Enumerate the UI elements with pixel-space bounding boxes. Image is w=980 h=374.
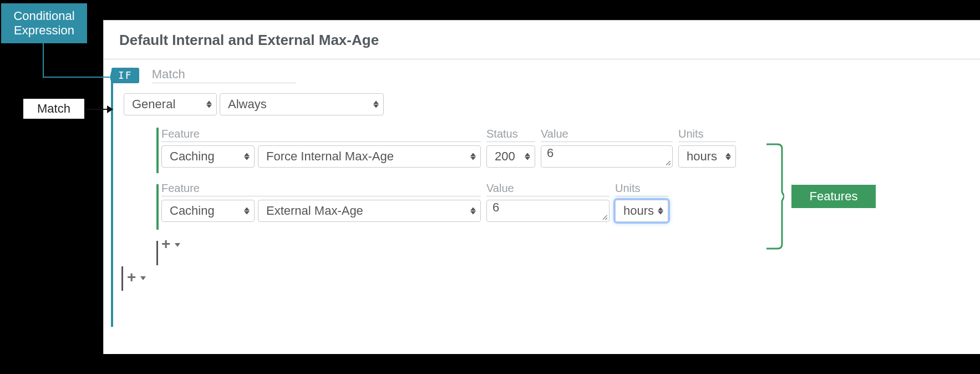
match-category-value: General bbox=[132, 97, 175, 112]
status-value: 200 bbox=[495, 149, 515, 164]
features-callout: Features bbox=[791, 185, 876, 208]
conditional-expression-text: Conditional Expression bbox=[1, 9, 87, 38]
units-header: Units bbox=[678, 128, 736, 142]
updown-caret-icon bbox=[470, 208, 476, 215]
resize-grip-icon[interactable] bbox=[666, 161, 671, 165]
plus-icon: + bbox=[127, 270, 136, 285]
value-input[interactable]: 6 bbox=[486, 200, 610, 222]
units-header: Units bbox=[615, 182, 668, 196]
updown-caret-icon bbox=[658, 208, 663, 215]
features-bracket-icon bbox=[765, 143, 782, 250]
plus-icon: + bbox=[161, 236, 170, 252]
add-row-indicator bbox=[156, 241, 158, 265]
add-condition-button[interactable]: + bbox=[127, 270, 980, 285]
updown-caret-icon bbox=[470, 153, 476, 160]
units-select[interactable]: hours bbox=[678, 145, 736, 168]
feature-header: Feature bbox=[161, 128, 481, 142]
feature-name-select[interactable]: Force Internal Max-Age bbox=[258, 145, 481, 168]
match-callout-text: Match bbox=[37, 102, 70, 116]
match-section-label: Match bbox=[152, 67, 296, 83]
feature-row-indicator bbox=[156, 184, 159, 230]
status-header: Status bbox=[486, 128, 535, 142]
arrow-right-icon bbox=[110, 74, 116, 80]
add-feature-button[interactable]: + bbox=[161, 236, 980, 252]
units-select[interactable]: hours bbox=[615, 200, 668, 222]
updown-caret-icon bbox=[244, 208, 250, 215]
feature-category-select[interactable]: Caching bbox=[161, 145, 255, 168]
value-header: Value bbox=[486, 182, 610, 196]
value-input[interactable]: 6 bbox=[541, 145, 673, 168]
feature-name-value: Force Internal Max-Age bbox=[266, 149, 394, 164]
match-category-select[interactable]: General bbox=[124, 93, 217, 115]
units-value: hours bbox=[623, 204, 654, 218]
status-select[interactable]: 200 bbox=[486, 145, 535, 168]
updown-caret-icon bbox=[525, 153, 530, 160]
value-text: 6 bbox=[547, 146, 554, 160]
value-text: 6 bbox=[492, 200, 499, 214]
units-value: hours bbox=[687, 149, 717, 164]
connector-line bbox=[43, 77, 112, 78]
conditional-expression-callout: Conditional Expression bbox=[1, 3, 87, 43]
feature-row-indicator bbox=[156, 128, 159, 173]
match-condition-select[interactable]: Always bbox=[220, 93, 384, 115]
feature-category-value: Caching bbox=[170, 204, 215, 218]
chevron-down-icon bbox=[140, 276, 146, 280]
feature-category-select[interactable]: Caching bbox=[161, 200, 255, 222]
arrow-right-icon bbox=[107, 105, 113, 113]
connector-line bbox=[43, 43, 44, 78]
resize-grip-icon[interactable] bbox=[603, 215, 607, 220]
add-row-indicator bbox=[121, 266, 123, 291]
feature-header: Feature bbox=[161, 182, 481, 196]
updown-caret-icon bbox=[725, 153, 731, 160]
feature-name-select[interactable]: External Max-Age bbox=[258, 200, 481, 222]
chevron-down-icon bbox=[175, 243, 180, 247]
match-callout: Match bbox=[23, 99, 84, 119]
updown-caret-icon bbox=[373, 101, 379, 108]
rule-name-input[interactable]: Default Internal and External Max-Age bbox=[104, 21, 980, 59]
updown-caret-icon bbox=[206, 101, 212, 108]
feature-name-value: External Max-Age bbox=[266, 204, 363, 218]
match-condition-value: Always bbox=[228, 97, 267, 112]
connector-line bbox=[87, 109, 109, 110]
updown-caret-icon bbox=[244, 153, 250, 160]
feature-category-value: Caching bbox=[170, 149, 215, 164]
features-callout-text: Features bbox=[810, 189, 858, 204]
value-header: Value bbox=[541, 128, 673, 142]
